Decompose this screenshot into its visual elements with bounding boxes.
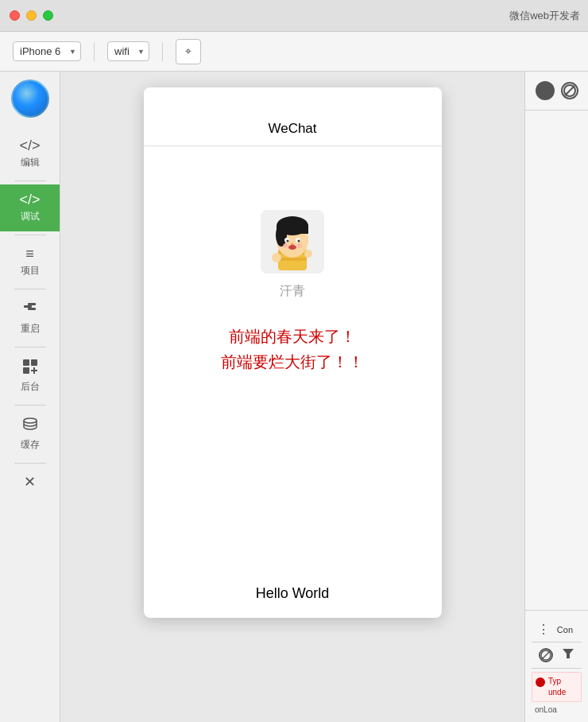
content-area: WeChat bbox=[60, 72, 588, 722]
debug-icon: </> bbox=[19, 192, 40, 207]
maximize-button[interactable] bbox=[43, 10, 53, 21]
user-avatar[interactable] bbox=[11, 80, 49, 118]
phone-message-line1: 前端的春天来了！ bbox=[221, 324, 364, 349]
svg-rect-0 bbox=[24, 305, 32, 308]
device-selector-wrapper[interactable]: iPhone 6 bbox=[13, 41, 81, 61]
sidebar-item-debug[interactable]: </> 调试 bbox=[0, 184, 60, 231]
console-tab[interactable]: Con bbox=[554, 623, 576, 636]
svg-rect-11 bbox=[278, 258, 307, 261]
error-row: Typ unde bbox=[532, 672, 582, 702]
phone-simulator: WeChat bbox=[60, 72, 524, 722]
filter-block-icon[interactable] bbox=[539, 648, 553, 662]
svg-point-18 bbox=[287, 240, 289, 243]
device-select[interactable]: iPhone 6 bbox=[13, 41, 81, 61]
sidebar-divider-4 bbox=[14, 347, 46, 347]
error-dot bbox=[536, 677, 545, 687]
minimize-button[interactable] bbox=[26, 10, 37, 21]
svg-rect-5 bbox=[23, 367, 29, 374]
filter-icon[interactable] bbox=[562, 647, 574, 663]
close-button[interactable] bbox=[10, 10, 20, 21]
dot-icon[interactable] bbox=[536, 81, 555, 100]
close-icon: ✕ bbox=[24, 475, 36, 489]
cache-icon bbox=[22, 417, 38, 435]
window-controls bbox=[10, 10, 53, 21]
phone-message: 前端的春天来了！ 前端要烂大街了！！ bbox=[221, 324, 364, 375]
sidebar-divider-2 bbox=[14, 235, 46, 235]
sidebar-divider-1 bbox=[14, 180, 46, 181]
svg-line-30 bbox=[542, 651, 550, 659]
onload-text: onLoa bbox=[532, 704, 582, 716]
sidebar-edit-label: 编辑 bbox=[21, 156, 40, 169]
edit-icon: </> bbox=[19, 138, 40, 153]
toolbar-divider-2 bbox=[162, 42, 163, 61]
sidebar-divider-6 bbox=[14, 463, 46, 464]
main-area: </> 编辑 </> 调试 ≡ 项目 重启 bbox=[0, 72, 588, 722]
network-selector-wrapper[interactable]: wifi bbox=[107, 41, 149, 61]
svg-line-28 bbox=[565, 86, 574, 95]
console-toolbar: ⋮ Con bbox=[532, 617, 582, 642]
svg-point-24 bbox=[272, 253, 281, 262]
rp-icons-row bbox=[532, 81, 582, 100]
svg-point-15 bbox=[276, 224, 287, 246]
sidebar-divider-3 bbox=[14, 289, 46, 289]
app-title-text: 微信web开发者 bbox=[509, 9, 580, 23]
sidebar-cache-label: 缓存 bbox=[21, 438, 40, 452]
sidebar-item-project[interactable]: ≡ 项目 bbox=[0, 239, 60, 285]
svg-point-25 bbox=[304, 250, 312, 258]
svg-rect-1 bbox=[28, 303, 36, 305]
sidebar-item-cache[interactable]: 缓存 bbox=[0, 409, 60, 460]
phone-footer: Hello World bbox=[144, 569, 442, 618]
filter-toolbar bbox=[532, 642, 582, 669]
phone-message-line2: 前端要烂大街了！！ bbox=[221, 349, 364, 375]
titlebar: 微信web开发者 bbox=[0, 0, 588, 32]
sidebar-item-backend[interactable]: 后台 bbox=[0, 351, 60, 402]
sidebar-restart-label: 重启 bbox=[21, 322, 40, 336]
main-toolbar: iPhone 6 wifi ⌖ bbox=[0, 32, 588, 72]
svg-rect-3 bbox=[23, 359, 29, 366]
sidebar: </> 编辑 </> 调试 ≡ 项目 重启 bbox=[0, 72, 60, 722]
toolbar-divider-1 bbox=[94, 42, 95, 61]
phone-title-bar: WeChat bbox=[144, 111, 442, 146]
project-icon: ≡ bbox=[25, 246, 34, 261]
avatar-svg bbox=[261, 210, 324, 274]
svg-rect-2 bbox=[28, 308, 36, 310]
svg-rect-4 bbox=[31, 359, 37, 366]
error-text: Typ unde bbox=[548, 676, 578, 698]
sidebar-item-close[interactable]: ✕ bbox=[0, 467, 60, 497]
svg-point-8 bbox=[24, 418, 37, 423]
phone-content: 汗青 前端的春天来了！ 前端要烂大街了！！ bbox=[144, 146, 442, 569]
block-icon[interactable] bbox=[561, 82, 578, 99]
svg-point-22 bbox=[297, 243, 302, 248]
backend-icon bbox=[22, 359, 38, 377]
phone-title: WeChat bbox=[268, 121, 316, 137]
right-panel: ⋮ Con bbox=[524, 72, 588, 722]
avatar-image bbox=[13, 81, 48, 116]
right-panel-top bbox=[525, 72, 588, 111]
phone-footer-text: Hello World bbox=[256, 585, 330, 601]
svg-point-19 bbox=[298, 240, 300, 243]
right-panel-mid bbox=[525, 111, 588, 610]
cursor-tool-button[interactable]: ⌖ bbox=[176, 39, 201, 64]
svg-marker-31 bbox=[563, 649, 574, 658]
sidebar-backend-label: 后台 bbox=[21, 380, 40, 394]
three-dots-icon[interactable]: ⋮ bbox=[537, 622, 549, 637]
sidebar-divider-5 bbox=[14, 405, 46, 406]
svg-point-26 bbox=[541, 87, 549, 95]
sidebar-item-restart[interactable]: 重启 bbox=[0, 293, 60, 344]
sidebar-debug-label: 调试 bbox=[21, 210, 40, 223]
sidebar-project-label: 项目 bbox=[21, 264, 40, 278]
network-select[interactable]: wifi bbox=[107, 41, 149, 61]
svg-point-23 bbox=[288, 245, 296, 250]
phone-username: 汗青 bbox=[280, 283, 305, 300]
right-panel-bottom: ⋮ Con bbox=[525, 610, 588, 722]
phone-status-bar bbox=[144, 87, 442, 111]
svg-point-21 bbox=[283, 243, 288, 248]
sidebar-item-edit[interactable]: </> 编辑 bbox=[0, 130, 60, 177]
app-title: 微信web开发者 bbox=[509, 0, 580, 31]
phone-avatar bbox=[261, 210, 324, 274]
cursor-icon: ⌖ bbox=[185, 45, 191, 58]
phone-frame: WeChat bbox=[144, 87, 442, 618]
phone-profile: 汗青 bbox=[261, 210, 324, 300]
restart-icon bbox=[22, 301, 38, 319]
